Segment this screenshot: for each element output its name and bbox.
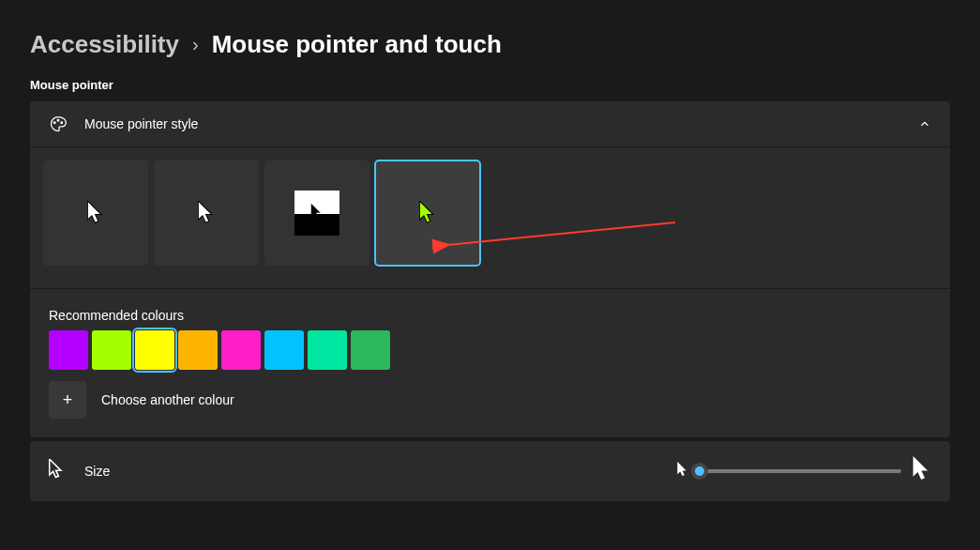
breadcrumb-parent[interactable]: Accessibility <box>30 30 179 59</box>
colour-swatch-6[interactable] <box>308 330 347 370</box>
colour-swatch-0[interactable] <box>49 330 88 370</box>
size-slider[interactable] <box>700 469 901 473</box>
chevron-right-icon: › <box>192 34 199 55</box>
slider-thumb[interactable] <box>691 463 708 480</box>
cursor-large-icon <box>912 456 931 486</box>
colour-swatch-1[interactable] <box>92 330 131 370</box>
svg-point-2 <box>61 122 63 124</box>
chevron-up-icon <box>918 117 931 130</box>
palette-icon <box>49 115 68 133</box>
svg-point-1 <box>57 119 59 121</box>
colour-swatch-7[interactable] <box>351 330 390 370</box>
size-label: Size <box>84 464 677 479</box>
colour-swatch-4[interactable] <box>221 330 261 370</box>
pointer-style-black[interactable] <box>154 160 259 266</box>
recommended-section: Recommended colours + Choose another col… <box>30 289 950 437</box>
svg-point-0 <box>53 122 55 124</box>
recommended-label: Recommended colours <box>49 308 931 323</box>
plus-icon: + <box>63 390 73 410</box>
colour-swatch-5[interactable] <box>264 330 304 370</box>
add-colour-button[interactable]: + <box>49 381 86 419</box>
pointer-style-white[interactable] <box>43 160 148 266</box>
cursor-small-icon <box>677 462 688 481</box>
pointer-style-card: Mouse pointer style <box>30 101 950 437</box>
cursor-icon <box>49 459 68 483</box>
size-card: Size <box>30 441 950 501</box>
pointer-style-body <box>30 147 950 289</box>
section-label: Mouse pointer <box>30 78 950 92</box>
breadcrumb: Accessibility › Mouse pointer and touch <box>30 30 950 59</box>
colour-swatch-2[interactable] <box>135 330 174 370</box>
pointer-style-title: Mouse pointer style <box>84 116 918 131</box>
pointer-style-custom[interactable] <box>375 160 480 266</box>
page-title: Mouse pointer and touch <box>212 30 502 59</box>
colour-swatch-3[interactable] <box>178 330 218 370</box>
choose-colour-label[interactable]: Choose another colour <box>101 392 234 407</box>
pointer-style-inverted[interactable] <box>264 160 369 266</box>
pointer-style-header[interactable]: Mouse pointer style <box>30 101 950 147</box>
